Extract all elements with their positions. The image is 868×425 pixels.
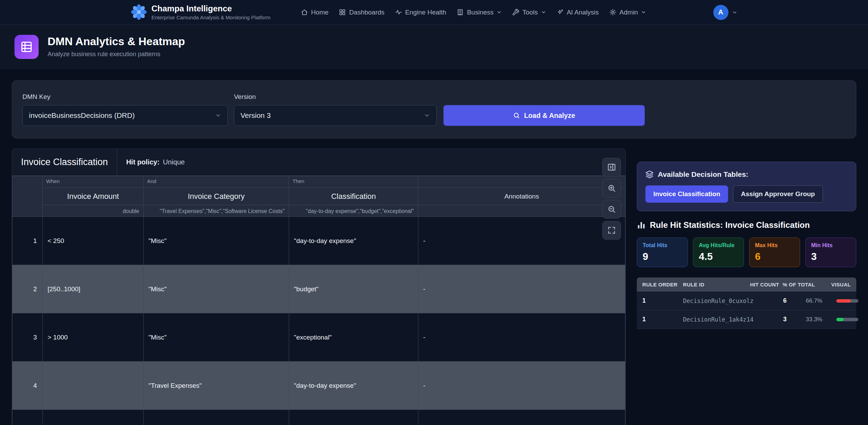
stats-title: Rule Hit Statistics: Invoice Classificat… [650, 220, 810, 230]
decision-table-titlebar: Invoice Classification Hit policy: Uniqu… [12, 149, 625, 176]
hit-policy: Hit policy: Unique [117, 149, 194, 175]
rule-order: 1 [642, 297, 683, 304]
row-number-header [12, 176, 43, 217]
nav-items: Home Dashboards Engine Health Business T… [301, 9, 646, 16]
filter-card: DMN Key invoiceBusinessDecisions (DRD) V… [12, 80, 856, 139]
rule-id: DecisionRule_0cuxolz [683, 297, 754, 304]
rule-number: 5 [12, 410, 43, 425]
table-button-invoice-classification[interactable]: Invoice Classification [645, 185, 728, 203]
stat-card-min-hits: Min Hits 3 [805, 237, 856, 267]
hit-bar-fill [836, 299, 851, 303]
column-type-hint: double [43, 205, 144, 217]
hit-bar [823, 299, 858, 303]
available-tables-title: Available Decision Tables: [658, 170, 748, 179]
hit-bar-track [836, 318, 858, 321]
table-button-assign-approver-group[interactable]: Assign Approver Group [733, 185, 823, 203]
zoom-in-icon [607, 184, 616, 193]
chevron-down-icon [215, 112, 221, 119]
load-analyze-button[interactable]: Load & Analyze [443, 105, 645, 126]
cell-invoice-category: "Travel Expenses" [144, 362, 289, 410]
navbar: Champa Intelligence Enterprise Camunda A… [0, 0, 868, 25]
column-type-hint: "Travel Expenses","Misc","Software Licen… [144, 205, 289, 217]
nav-item-tools[interactable]: Tools [512, 9, 546, 16]
version-selected-value: Version 3 [241, 111, 271, 120]
decision-rule-row: 2 [250..1000] "Misc" "budget" - [12, 265, 625, 313]
cell-classification: "budget" [289, 265, 418, 313]
rule-number: 1 [12, 217, 43, 265]
ai-analysis-icon [556, 9, 564, 16]
cell-classification: "day-to-day expense" [289, 362, 418, 410]
stat-value: 6 [755, 251, 794, 262]
chevron-down-icon [641, 10, 646, 15]
column-name-classification: Classification [289, 188, 418, 205]
decision-rule-row: 3 > 1000 "Misc" "exceptional" - [12, 313, 625, 362]
hit-count: 6 [754, 297, 787, 304]
cell-invoice-category: "Misc" [144, 313, 289, 362]
cell-invoice-amount [43, 410, 144, 425]
version-select[interactable]: Version 3 [234, 105, 437, 126]
rule-order: 1 [642, 316, 683, 323]
dmn-key-selected-value: invoiceBusinessDecisions (DRD) [29, 111, 135, 120]
rule-hit-row: 1 DecisionRule_1ak4z14 3 33.3% [637, 310, 856, 329]
header-visual: VISUAL [815, 282, 851, 287]
nav-item-business[interactable]: Business [457, 9, 502, 16]
dmn-key-group: DMN Key invoiceBusinessDecisions (DRD) [22, 93, 228, 126]
cell-invoice-amount: [250..1000] [43, 265, 144, 313]
available-tables-card: Available Decision Tables: Invoice Class… [637, 162, 856, 211]
hit-bar-fill [836, 318, 844, 321]
home-icon [301, 9, 308, 16]
page-subtitle: Analyze business rule execution patterns [48, 51, 185, 58]
cell-invoice-amount: < 250 [43, 217, 144, 265]
hit-count: 3 [754, 316, 787, 323]
dmn-table-icon [14, 35, 39, 59]
stat-label: Total Hits [643, 242, 682, 249]
business-icon [457, 9, 464, 16]
engine-health-icon [395, 9, 402, 16]
user-menu[interactable]: A [713, 5, 737, 20]
zoom-in-button[interactable] [602, 179, 621, 198]
pct-of-total: 66.7% [787, 297, 823, 304]
dmn-key-select[interactable]: invoiceBusinessDecisions (DRD) [22, 105, 228, 126]
header-pct-of-total: % OF TOTAL [779, 282, 815, 287]
hit-bar [823, 318, 858, 321]
version-label: Version [234, 93, 437, 101]
layers-icon [645, 170, 654, 179]
pct-of-total: 33.3% [787, 316, 823, 323]
search-icon [513, 112, 520, 119]
page-title: DMN Analytics & Heatmap [48, 36, 185, 48]
stat-value: 4.5 [699, 251, 738, 262]
open-panel-button[interactable] [602, 158, 621, 176]
nav-item-label: Admin [620, 9, 638, 16]
admin-gear-icon [609, 9, 616, 16]
stat-label: Avg Hits/Rule [699, 242, 738, 249]
nav-item-admin[interactable]: Admin [609, 9, 646, 16]
sidebar: Available Decision Tables: Invoice Class… [637, 162, 856, 329]
cell-annotation: - [418, 217, 625, 265]
nav-item-label: Engine Health [405, 9, 446, 16]
brand[interactable]: Champa Intelligence Enterprise Camunda A… [131, 4, 270, 20]
decision-table-title: Invoice Classification [12, 149, 117, 175]
stat-cards: Total Hits 9 Avg Hits/Rule 4.5 Max Hits … [637, 237, 856, 267]
zoom-out-button[interactable] [602, 200, 621, 219]
decision-table-panel: Invoice Classification Hit policy: Uniqu… [12, 149, 626, 425]
nav-item-home[interactable]: Home [301, 9, 329, 16]
nav-item-label: Dashboards [349, 9, 384, 16]
dmn-table: When And Then Invoice Amount Invoice Cat… [12, 176, 625, 425]
chevron-down-icon [732, 10, 737, 15]
cell-classification [289, 410, 418, 425]
cell-annotation [418, 410, 625, 425]
nav-item-dashboards[interactable]: Dashboards [339, 9, 384, 16]
stat-label: Min Hits [811, 242, 850, 249]
load-analyze-label: Load & Analyze [524, 112, 575, 120]
hit-policy-value: Unique [163, 158, 185, 166]
column-type-hint: "day-to-day expense","budget","exception… [289, 205, 418, 217]
fullscreen-icon [607, 226, 616, 235]
table-controls [602, 158, 621, 240]
nav-item-engine-health[interactable]: Engine Health [395, 9, 446, 16]
nav-item-label: Home [311, 9, 329, 16]
fullscreen-button[interactable] [602, 221, 621, 240]
nav-item-ai-analysis[interactable]: AI Analysis [556, 9, 599, 16]
avatar[interactable]: A [713, 5, 728, 20]
cell-invoice-category [144, 410, 289, 425]
brand-subtitle: Enterprise Camunda Analysis & Monitoring… [152, 14, 270, 20]
